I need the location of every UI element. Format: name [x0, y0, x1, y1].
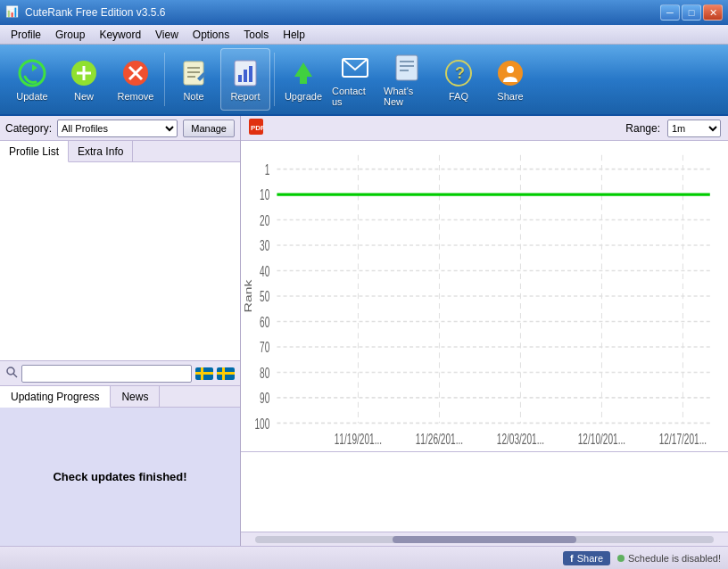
note-icon — [178, 57, 210, 89]
search-icon — [5, 366, 18, 381]
remove-button[interactable]: Remove — [111, 48, 161, 111]
share-icon — [494, 57, 526, 89]
profile-list-area[interactable] — [0, 162, 240, 360]
report-button[interactable]: Report — [220, 48, 270, 111]
menu-profile[interactable]: Profile — [4, 27, 48, 43]
upgrade-label: Upgrade — [285, 91, 322, 102]
whatsnew-button[interactable]: What's New — [382, 48, 432, 111]
menubar: Profile Group Keyword View Options Tools… — [0, 25, 728, 45]
minimize-button[interactable]: ─ — [660, 4, 680, 21]
svg-text:12/03/201...: 12/03/201... — [497, 432, 544, 448]
upgrade-button[interactable]: Upgrade — [278, 48, 328, 111]
bottom-tabs: Updating Progress News — [0, 386, 240, 408]
svg-rect-14 — [249, 66, 252, 82]
manage-button[interactable]: Manage — [183, 120, 235, 137]
flag-se-2[interactable] — [217, 367, 235, 380]
update-label: Update — [16, 91, 47, 102]
svg-text:PDF: PDF — [251, 124, 264, 132]
contact-label: Contact us — [332, 86, 378, 107]
svg-text:20: 20 — [260, 213, 269, 229]
svg-point-26 — [7, 367, 14, 375]
schedule-label: Schedule is disabled! — [628, 553, 721, 564]
svg-text:?: ? — [455, 64, 465, 82]
toolbar: Update New Remove — [0, 45, 728, 116]
tab-profile-list[interactable]: Profile List — [0, 141, 69, 162]
menu-group[interactable]: Group — [48, 27, 92, 43]
facebook-icon: f — [570, 553, 574, 564]
menu-options[interactable]: Options — [186, 27, 236, 43]
check-updates-message: Check updates finished! — [53, 470, 186, 483]
range-select[interactable]: 1m 3m 6m 1y — [667, 120, 721, 137]
statusbar: f Share Schedule is disabled! — [0, 546, 728, 569]
note-label: Note — [183, 91, 203, 102]
scrollbar-track[interactable] — [255, 536, 714, 543]
close-button[interactable]: ✕ — [703, 4, 723, 21]
svg-rect-16 — [300, 77, 307, 84]
svg-text:1: 1 — [265, 162, 270, 178]
faq-label: FAQ — [449, 91, 468, 102]
remove-label: Remove — [118, 91, 154, 102]
new-icon — [68, 57, 100, 89]
tab-updating-progress[interactable]: Updating Progress — [0, 386, 111, 408]
category-select[interactable]: All Profiles — [57, 120, 178, 137]
share-label: Share — [497, 91, 523, 102]
share-facebook-button[interactable]: f Share — [563, 551, 610, 565]
app-icon: 📊 — [5, 5, 20, 20]
faq-button[interactable]: ? FAQ — [434, 48, 484, 111]
menu-view[interactable]: View — [148, 27, 186, 43]
search-bar — [0, 360, 240, 385]
profile-tabs: Profile List Extra Info — [0, 141, 240, 162]
tab-extra-info[interactable]: Extra Info — [69, 141, 133, 161]
whatsnew-label: What's New — [384, 86, 430, 107]
svg-text:30: 30 — [260, 238, 269, 254]
chart-scrollbar[interactable] — [241, 532, 728, 546]
separator-1 — [164, 53, 165, 106]
share-button[interactable]: Share — [485, 48, 535, 111]
search-input[interactable] — [21, 365, 192, 383]
category-label: Category: — [5, 122, 52, 135]
note-button[interactable]: Note — [169, 48, 219, 111]
category-bar: Category: All Profiles Manage — [0, 116, 240, 141]
scrollbar-thumb[interactable] — [393, 536, 576, 543]
report-label: Report — [230, 91, 260, 102]
svg-rect-7 — [184, 62, 203, 85]
svg-text:70: 70 — [260, 340, 269, 356]
update-button[interactable]: Update — [7, 48, 57, 111]
menu-help[interactable]: Help — [276, 27, 312, 43]
faq-icon: ? — [443, 57, 475, 89]
tab-news[interactable]: News — [111, 386, 160, 407]
chart-header: PDF Range: 1m 3m 6m 1y — [241, 116, 728, 141]
new-button[interactable]: New — [59, 48, 109, 111]
bottom-chart — [241, 451, 728, 532]
contact-button[interactable]: Contact us — [330, 48, 380, 111]
svg-point-25 — [507, 66, 514, 73]
svg-marker-15 — [294, 62, 312, 77]
report-icon — [229, 57, 261, 89]
main-layout: Category: All Profiles Manage Profile Li… — [0, 116, 728, 546]
flag-se-1[interactable] — [195, 367, 213, 380]
svg-text:90: 90 — [260, 391, 269, 407]
chart-area: 1 10 20 30 40 50 60 70 80 90 100 Rank 11… — [241, 141, 728, 451]
rank-chart: 1 10 20 30 40 50 60 70 80 90 100 Rank 11… — [241, 141, 728, 451]
whatsnew-icon — [391, 52, 423, 84]
separator-2 — [274, 53, 275, 106]
share-label: Share — [577, 553, 603, 564]
svg-text:10: 10 — [260, 187, 269, 203]
svg-text:100: 100 — [254, 416, 269, 432]
svg-text:11/26/201...: 11/26/201... — [416, 432, 463, 448]
bottom-left-panel: Updating Progress News Check updates fin… — [0, 385, 240, 546]
schedule-dot-icon — [617, 555, 625, 562]
window-controls: ─ □ ✕ — [660, 4, 723, 21]
svg-text:40: 40 — [260, 264, 269, 280]
svg-text:11/19/201...: 11/19/201... — [335, 432, 382, 448]
svg-text:50: 50 — [260, 289, 269, 305]
menu-tools[interactable]: Tools — [236, 27, 276, 43]
bottom-content: Check updates finished! — [0, 408, 240, 546]
pdf-icon[interactable]: PDF — [248, 118, 264, 139]
svg-line-27 — [13, 374, 17, 377]
upgrade-icon — [287, 57, 319, 89]
schedule-info: Schedule is disabled! — [617, 553, 721, 564]
menu-keyword[interactable]: Keyword — [92, 27, 148, 43]
titlebar: 📊 CuteRank Free Edition v3.5.6 ─ □ ✕ — [0, 0, 728, 25]
maximize-button[interactable]: □ — [682, 4, 701, 21]
